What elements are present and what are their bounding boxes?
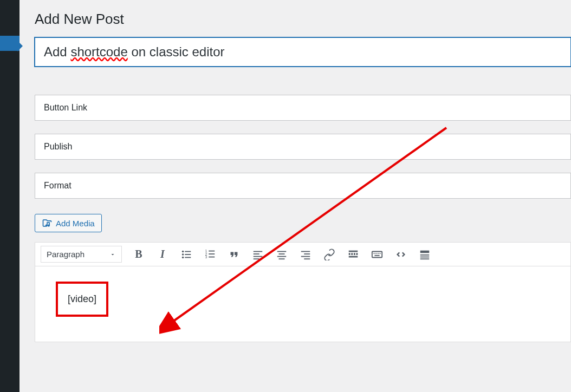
svg-rect-22	[301, 256, 310, 257]
main-content: Add New Post Add shortcode on classic ed…	[20, 0, 571, 392]
read-more-icon	[347, 249, 359, 260]
meta-box-label: Publish	[44, 142, 72, 151]
camera-music-icon	[42, 218, 53, 228]
svg-rect-23	[304, 258, 310, 259]
svg-rect-19	[279, 258, 285, 259]
sidebar-active-arrow	[17, 41, 23, 51]
title-text-prefix: Add	[44, 44, 70, 59]
svg-point-4	[182, 256, 184, 258]
quote-icon	[228, 249, 240, 260]
svg-text:3: 3	[205, 255, 207, 259]
shortcode-text: [video]	[68, 293, 96, 304]
code-icon	[395, 249, 407, 260]
align-center-button[interactable]	[275, 247, 289, 262]
svg-rect-30	[378, 253, 379, 254]
add-media-button[interactable]: Add Media	[35, 214, 102, 232]
svg-rect-21	[304, 253, 310, 254]
meta-box-label: Button Link	[44, 103, 87, 112]
bullet-list-button[interactable]	[179, 247, 193, 262]
svg-rect-15	[254, 258, 259, 259]
svg-rect-34	[420, 254, 430, 256]
title-text-spellcheck: shortcode	[70, 44, 127, 59]
number-list-icon: 123	[204, 249, 216, 260]
svg-rect-3	[185, 254, 191, 255]
bold-icon: B	[135, 248, 142, 260]
svg-rect-12	[254, 251, 263, 252]
code-button[interactable]	[394, 247, 408, 262]
svg-rect-1	[185, 251, 191, 252]
svg-rect-11	[209, 256, 215, 257]
post-title-input[interactable]: Add shortcode on classic editor	[35, 37, 571, 67]
svg-rect-5	[185, 257, 191, 258]
svg-rect-17	[279, 253, 285, 254]
svg-rect-33	[420, 250, 430, 253]
meta-box-button-link[interactable]: Button Link	[35, 95, 571, 121]
format-select-value: Paragraph	[47, 250, 85, 259]
link-icon	[323, 249, 335, 260]
meta-box-label: Format	[44, 181, 72, 190]
svg-rect-27	[372, 251, 382, 257]
quote-button[interactable]	[227, 247, 241, 262]
more-button[interactable]	[346, 247, 360, 262]
link-button[interactable]	[322, 247, 336, 262]
svg-rect-9	[209, 253, 215, 254]
italic-icon: I	[160, 248, 165, 260]
svg-rect-28	[374, 253, 375, 254]
svg-rect-7	[209, 250, 215, 251]
toolbar-toggle-button[interactable]	[418, 247, 432, 262]
sidebar-active-item-bg	[0, 36, 20, 51]
svg-rect-36	[420, 258, 430, 259]
editor-content-area[interactable]: [video]	[35, 266, 571, 342]
svg-rect-13	[254, 253, 259, 254]
align-left-button[interactable]	[251, 247, 265, 262]
toolbar-toggle-icon	[419, 249, 431, 260]
align-right-button[interactable]	[299, 247, 313, 262]
svg-rect-20	[301, 251, 310, 252]
svg-point-0	[182, 250, 184, 252]
keyboard-button[interactable]	[370, 247, 384, 262]
shortcode-highlight: [video]	[56, 282, 108, 317]
chevron-down-icon	[109, 251, 116, 258]
title-text-suffix: on classic editor	[128, 44, 225, 59]
bullet-list-icon	[180, 249, 192, 260]
align-right-icon	[300, 249, 312, 260]
bold-button[interactable]: B	[132, 247, 146, 262]
page-title: Add New Post	[35, 11, 571, 28]
align-center-icon	[276, 249, 288, 260]
svg-rect-32	[374, 254, 379, 256]
svg-rect-25	[349, 253, 358, 254]
align-left-icon	[252, 249, 264, 260]
meta-box-format[interactable]: Format	[35, 173, 571, 199]
format-select[interactable]: Paragraph	[41, 246, 122, 263]
meta-box-publish[interactable]: Publish	[35, 134, 571, 160]
keyboard-icon	[371, 249, 383, 260]
add-media-label: Add Media	[56, 219, 95, 228]
svg-rect-31	[380, 253, 381, 254]
svg-rect-26	[349, 256, 358, 257]
admin-sidebar[interactable]	[0, 0, 20, 392]
editor-toolbar: Paragraph B I 123	[35, 242, 571, 266]
svg-rect-35	[420, 256, 430, 257]
svg-rect-16	[277, 251, 287, 252]
svg-rect-18	[277, 256, 287, 257]
svg-rect-29	[375, 253, 377, 254]
svg-point-2	[182, 253, 184, 256]
svg-rect-24	[349, 250, 358, 252]
meta-boxes: Button Link Publish Format	[35, 95, 571, 199]
italic-button[interactable]: I	[155, 247, 170, 262]
number-list-button[interactable]: 123	[203, 247, 217, 262]
svg-rect-14	[254, 256, 263, 257]
